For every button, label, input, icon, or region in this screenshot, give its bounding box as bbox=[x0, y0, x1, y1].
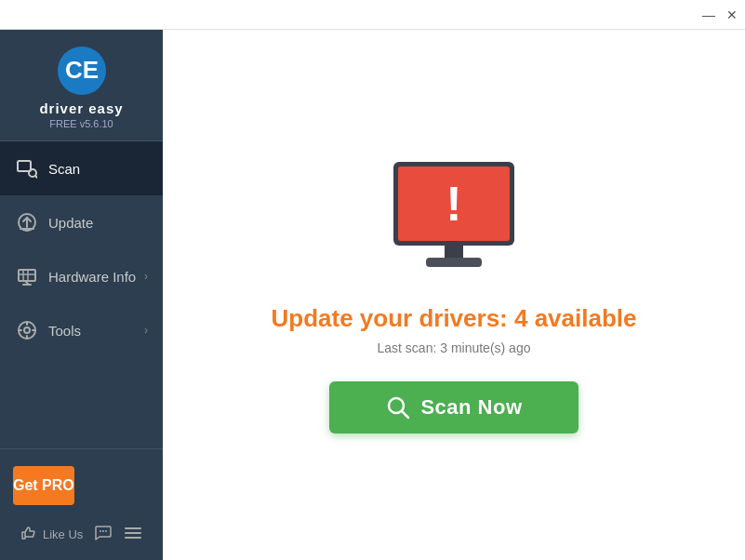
title-bar: — ✕ bbox=[0, 0, 745, 30]
alert-title: Update your drivers: 4 available bbox=[271, 304, 636, 333]
sidebar-footer: Like Us bbox=[0, 518, 163, 549]
thumbs-up-icon bbox=[20, 525, 37, 544]
sidebar-item-hardware-info-label: Hardware Info bbox=[48, 269, 144, 285]
sidebar-item-tools-label: Tools bbox=[48, 323, 144, 339]
svg-point-22 bbox=[105, 530, 107, 532]
get-pro-button[interactable]: Get PRO bbox=[13, 466, 74, 505]
hardware-info-icon bbox=[15, 264, 39, 288]
tools-arrow: › bbox=[144, 324, 148, 337]
scan-now-icon bbox=[385, 394, 411, 420]
update-icon bbox=[15, 210, 39, 234]
monitor-illustration: ! bbox=[379, 157, 528, 282]
monitor-svg: ! bbox=[379, 157, 528, 278]
like-us-item[interactable]: Like Us bbox=[20, 524, 83, 545]
svg-line-32 bbox=[402, 411, 408, 418]
chat-icon bbox=[94, 524, 113, 545]
sidebar: CE driver easy FREE v5.6.10 Scan bbox=[0, 30, 163, 560]
svg-point-21 bbox=[102, 530, 104, 532]
sidebar-item-scan[interactable]: Scan bbox=[0, 141, 163, 195]
svg-text:!: ! bbox=[446, 177, 461, 231]
nav-menu: Scan Update bbox=[0, 141, 163, 448]
app-logo: CE bbox=[58, 47, 106, 95]
tools-icon bbox=[15, 318, 39, 342]
sidebar-item-update-label: Update bbox=[48, 215, 148, 231]
scan-now-button[interactable]: Scan Now bbox=[329, 381, 578, 433]
app-name: driver easy bbox=[39, 100, 123, 116]
close-button[interactable]: ✕ bbox=[726, 7, 738, 22]
like-us-label: Like Us bbox=[43, 527, 83, 541]
main-content: ! Update your drivers: 4 available Last … bbox=[163, 30, 745, 560]
window-controls: — ✕ bbox=[702, 7, 738, 22]
minimize-button[interactable]: — bbox=[702, 7, 715, 22]
logo-section: CE driver easy FREE v5.6.10 bbox=[0, 30, 163, 141]
svg-point-15 bbox=[24, 327, 30, 333]
svg-rect-2 bbox=[18, 161, 31, 171]
sidebar-item-hardware-info[interactable]: Hardware Info › bbox=[0, 249, 163, 303]
scan-now-label: Scan Now bbox=[420, 395, 522, 420]
svg-text:CE: CE bbox=[64, 56, 98, 84]
hardware-info-arrow: › bbox=[144, 270, 148, 283]
chat-icon-item[interactable] bbox=[94, 524, 113, 545]
svg-rect-8 bbox=[19, 270, 35, 281]
scan-icon bbox=[15, 156, 39, 180]
menu-icon bbox=[124, 524, 142, 545]
last-scan-text: Last scan: 3 minute(s) ago bbox=[378, 340, 531, 355]
menu-icon-item[interactable] bbox=[124, 524, 142, 545]
svg-point-20 bbox=[100, 530, 101, 532]
app-body: CE driver easy FREE v5.6.10 Scan bbox=[0, 30, 745, 560]
svg-line-4 bbox=[35, 176, 37, 178]
sidebar-bottom: Get PRO Like Us bbox=[0, 448, 163, 560]
sidebar-item-scan-label: Scan bbox=[48, 161, 148, 177]
svg-rect-30 bbox=[426, 258, 482, 267]
sidebar-item-update[interactable]: Update bbox=[0, 195, 163, 249]
app-version: FREE v5.6.10 bbox=[49, 118, 113, 129]
sidebar-item-tools[interactable]: Tools › bbox=[0, 303, 163, 357]
